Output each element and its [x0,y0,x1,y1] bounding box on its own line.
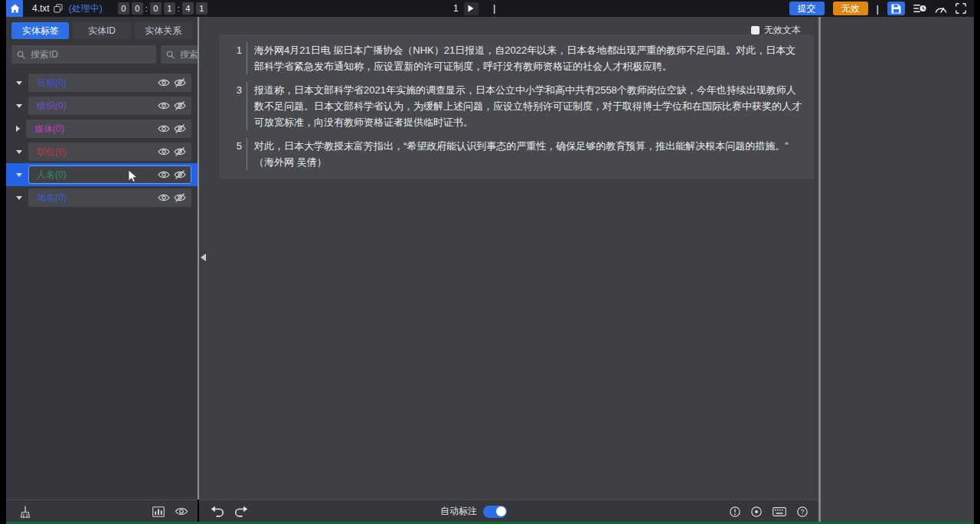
eye-icon[interactable] [158,170,170,179]
toolbar-separator: | [877,3,879,15]
entity-label: 媒体(0) [31,123,158,136]
invalid-text-checkbox[interactable] [751,26,760,34]
paragraph-text[interactable]: 海外网4月21日电 据日本广播协会（NHK）21日报道，自2022年以来，日本各… [247,42,814,74]
entity-row-date[interactable]: 日期(0) [6,71,198,94]
expander-icon[interactable] [16,104,22,108]
timer-digit: 0 [150,2,162,15]
tab-entity-label[interactable]: 实体标签 [11,22,69,39]
alert-circle-icon[interactable] [730,506,740,517]
right-panel [821,17,974,522]
entity-sidebar: 实体标签 实体ID 实体关系 日期(0) [6,17,198,499]
gauge-icon[interactable] [935,4,947,14]
save-button[interactable] [887,2,905,15]
page-number: 1 [453,3,459,14]
search-icon [17,51,25,59]
redo-icon[interactable] [234,506,248,517]
document-area: 无效文本 1 海外网4月21日电 据日本广播协会（NHK）21日报道，自2022… [199,17,818,499]
sidebar-bottom-bar [6,499,198,522]
paragraph-text[interactable]: 对此，日本大学教授末富芳指出，“希望政府能认识到事态的严重性，确保足够的教育预算… [247,138,814,170]
eye-off-icon[interactable] [174,124,186,133]
search-icon [166,51,175,59]
chart-bars-icon[interactable] [152,506,165,517]
annotation-app: 4.txt (处理中) 0 0 : 0 1 : 4 1 1 | 提交 无效 | [0,0,980,524]
sidebar-tabs: 实体标签 实体ID 实体关系 [6,17,198,44]
eye-icon[interactable] [175,506,188,516]
expander-icon[interactable] [16,126,20,132]
clear-brush-icon[interactable] [20,506,31,518]
text-caret: | [493,2,495,14]
invalid-button[interactable]: 无效 [833,2,868,15]
timer-digit: 0 [132,2,143,15]
eye-off-icon[interactable] [174,101,186,110]
entity-list: 日期(0) 组织(0) 媒体(0) [6,71,198,209]
eye-icon[interactable] [158,147,170,156]
eye-off-icon[interactable] [174,170,186,179]
content-bottom-bar: 自动标注 [199,499,818,522]
timer-colon: : [145,4,148,13]
paragraph: 5 对此，日本大学教授末富芳指出，“希望政府能认识到事态的严重性，确保足够的教育… [219,138,814,170]
file-name: 4.txt [32,3,50,14]
entity-label: 地名(0) [34,192,158,205]
auto-annotate-label: 自动标注 [440,505,477,518]
entity-row-place[interactable]: 地名(0) [6,186,198,209]
entity-label: 日期(0) [34,77,158,90]
home-button[interactable] [6,0,23,17]
timer-digit: 1 [196,2,207,15]
target-icon[interactable] [751,506,762,517]
timer-digit: 1 [164,2,175,15]
line-number: 3 [219,82,247,130]
eye-icon[interactable] [158,78,170,87]
auto-annotate-toggle[interactable] [483,506,507,518]
screen-edge-left [0,0,6,524]
collapse-sidebar-handle[interactable] [201,254,206,261]
eye-icon[interactable] [158,124,170,133]
eye-off-icon[interactable] [174,193,186,202]
expander-icon[interactable] [16,196,22,200]
entity-row-person[interactable]: 人名(0) [6,163,198,186]
submit-button[interactable]: 提交 [789,2,825,15]
expander-icon[interactable] [16,173,22,177]
entity-label: 人名(0) [34,169,158,182]
paragraph: 3 报道称，日本文部科学省2021年实施的调查显示，日本公立中小学和高中共有25… [219,82,814,130]
history-clock-icon[interactable] [913,3,926,14]
timer-digit: 0 [118,2,129,15]
entity-row-org[interactable]: 组织(0) [6,94,198,117]
paragraph: 1 海外网4月21日电 据日本广播协会（NHK）21日报道，自2022年以来，日… [219,42,814,74]
toggle-knob [496,506,506,516]
keyboard-icon[interactable] [773,507,786,516]
entity-label: 组织(0) [34,100,158,113]
fullscreen-icon[interactable] [956,3,966,14]
tab-entity-id[interactable]: 实体ID [73,22,130,39]
eye-icon[interactable] [158,193,170,202]
entity-label: 职位(0) [34,146,158,159]
next-page-button[interactable] [464,2,479,15]
timer: 0 0 : 0 1 : 4 1 [118,2,207,15]
top-bar: 4.txt (处理中) 0 0 : 0 1 : 4 1 1 | 提交 无效 | [6,0,974,18]
screen-edge-right [974,0,980,524]
help-circle-icon[interactable] [797,506,808,517]
expander-icon[interactable] [16,81,22,85]
entity-row-title[interactable]: 职位(0) [6,140,198,163]
paragraph-text[interactable]: 报道称，日本文部科学省2021年实施的调查显示，日本公立中小学和高中共有2558… [247,82,814,130]
processing-status: (处理中) [69,2,103,15]
expander-icon[interactable] [16,150,22,154]
text-card: 1 海外网4月21日电 据日本广播协会（NHK）21日报道，自2022年以来，日… [219,34,814,179]
search-id-box[interactable] [11,45,156,64]
eye-off-icon[interactable] [174,147,186,156]
timer-digit: 4 [182,2,194,15]
eye-off-icon[interactable] [174,78,186,87]
undo-icon[interactable] [211,506,224,517]
line-number: 1 [219,42,247,74]
timer-colon: : [178,4,180,13]
line-number: 5 [219,138,247,170]
mouse-cursor [128,169,138,183]
copy-icon[interactable] [54,4,63,13]
tab-entity-relation[interactable]: 实体关系 [135,22,192,39]
eye-icon[interactable] [158,101,170,110]
entity-row-media[interactable]: 媒体(0) [6,117,198,140]
search-id-input[interactable] [29,48,151,61]
